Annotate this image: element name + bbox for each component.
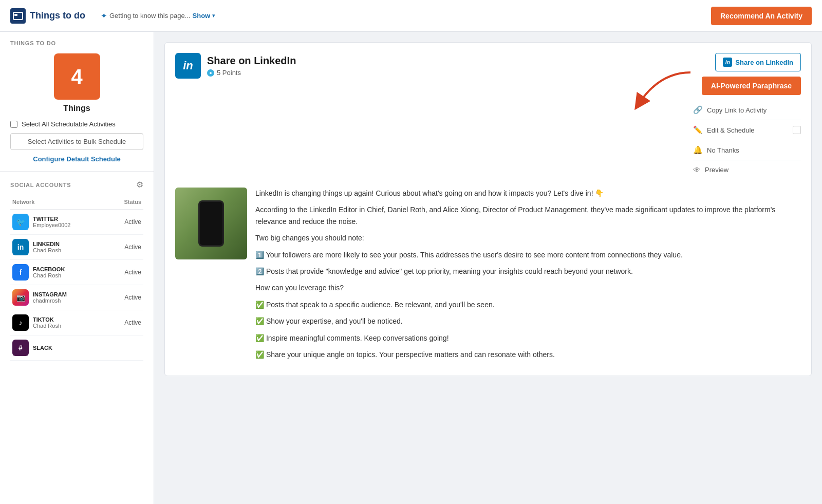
- account-status: Active: [109, 260, 143, 285]
- content-bullet1: 1️⃣ Your followers are more likely to se…: [255, 249, 801, 260]
- account-handle: INSTAGRAM: [33, 291, 67, 297]
- recommend-activity-button[interactable]: Recommend An Activity: [711, 7, 812, 25]
- things-to-do-title: THINGS TO DO: [10, 40, 143, 46]
- content-bullet2: 2️⃣ Posts that provide "knowledge and ad…: [255, 266, 801, 277]
- content-check2: ✅ Show your expertise, and you'll be not…: [255, 315, 801, 327]
- account-username: Chad Rosh: [33, 247, 61, 253]
- account-cell: f FACEBOOK Chad Rosh: [10, 260, 109, 285]
- twitter-icon: 🐦: [12, 214, 29, 230]
- account-handle: SLACK: [33, 345, 52, 351]
- red-arrow-decoration: [608, 67, 696, 114]
- account-username: Chad Rosh: [33, 272, 65, 278]
- page-hint: ✦ Getting to know this page... Show ▾: [101, 11, 215, 21]
- social-account-row: # SLACK: [10, 335, 143, 361]
- social-accounts-title: SOCIAL ACCOUNTS: [10, 182, 71, 188]
- network-col-header: Network: [10, 197, 109, 210]
- account-handle: TIKTOK: [33, 316, 61, 323]
- content-check3: ✅ Inspire meaningful comments. Keep conv…: [255, 332, 801, 344]
- activity-points: ● 5 Points: [207, 69, 296, 77]
- svg-rect-0: [13, 12, 23, 20]
- account-name-block: SLACK: [33, 345, 52, 351]
- content-check4: ✅ Share your unique angle on topics. You…: [255, 349, 801, 360]
- account-status: Active: [109, 285, 143, 310]
- account-cell: in LINKEDIN Chad Rosh: [10, 235, 109, 260]
- select-all-label[interactable]: Select All Schedulable Activities: [22, 120, 116, 128]
- activity-header: in Share on LinkedIn ● 5 Points in Share…: [175, 53, 801, 179]
- things-count-box: 4 Things: [10, 53, 143, 113]
- svg-rect-1: [14, 14, 17, 16]
- activity-card: in Share on LinkedIn ● 5 Points in Share…: [164, 42, 812, 376]
- status-col-header: Status: [109, 197, 143, 210]
- linkedin-mini-icon: in: [723, 58, 732, 67]
- activity-content-text: LinkedIn is changing things up again! Cu…: [255, 188, 801, 365]
- social-section-header: SOCIAL ACCOUNTS ⚙: [10, 180, 143, 190]
- configure-default-schedule-link[interactable]: Configure Default Schedule: [10, 155, 143, 163]
- no-thanks-row[interactable]: 🔔 No Thanks: [693, 140, 801, 160]
- points-value: 5 Points: [217, 69, 241, 77]
- content-p4: How can you leverage this?: [255, 282, 801, 293]
- main-layout: THINGS TO DO 4 Things Select All Schedul…: [0, 32, 822, 504]
- chevron-down-icon: ▾: [212, 12, 215, 19]
- account-status: [109, 335, 143, 361]
- account-name-block: FACEBOOK Chad Rosh: [33, 266, 65, 278]
- no-thanks-icon: 🔔: [693, 145, 703, 155]
- app-logo: Things to do: [10, 8, 85, 24]
- share-linkedin-label: Share on LinkedIn: [735, 59, 793, 66]
- content-p2: According to the LinkedIn Editor in Chie…: [255, 204, 801, 227]
- account-handle: LINKEDIN: [33, 241, 61, 247]
- social-account-row: f FACEBOOK Chad Rosh Active: [10, 260, 143, 285]
- count-badge: 4: [54, 53, 100, 100]
- gear-icon[interactable]: ⚙: [136, 180, 143, 190]
- content-p3: Two big changes you should note:: [255, 232, 801, 244]
- hint-text: Getting to know this page...: [109, 12, 191, 20]
- phone-shape: [198, 200, 224, 247]
- activity-platform-logo: in: [175, 53, 201, 79]
- link-icon: 🔗: [693, 105, 703, 115]
- content-check1: ✅ Posts that speak to a specific audienc…: [255, 299, 801, 310]
- ai-powered-paraphrase-button[interactable]: AI-Powered Paraphrase: [702, 77, 801, 95]
- social-account-row: 📷 INSTAGRAM chadmrosh Active: [10, 285, 143, 310]
- copy-link-label: Copy Link to Activity: [707, 106, 767, 114]
- account-name-block: TIKTOK Chad Rosh: [33, 316, 61, 329]
- social-accounts-table: Network Status 🐦 TWITTER Employee0002 Ac…: [10, 197, 143, 361]
- hint-show-link[interactable]: Show: [193, 12, 211, 20]
- linkedin-icon: in: [12, 239, 29, 255]
- account-username: chadmrosh: [33, 297, 67, 304]
- account-cell: 📷 INSTAGRAM chadmrosh: [10, 285, 109, 310]
- account-status: Active: [109, 235, 143, 260]
- share-on-linkedin-button[interactable]: in Share on LinkedIn: [715, 53, 801, 71]
- facebook-icon: f: [12, 264, 29, 281]
- preview-label: Preview: [705, 166, 728, 174]
- slack-icon: #: [12, 340, 29, 356]
- social-account-row: in LINKEDIN Chad Rosh Active: [10, 235, 143, 260]
- select-all-row: Select All Schedulable Activities: [10, 120, 143, 128]
- account-handle: TWITTER: [33, 216, 70, 222]
- account-name-block: TWITTER Employee0002: [33, 216, 70, 228]
- content-p1: LinkedIn is changing things up again! Cu…: [255, 188, 801, 199]
- tiktok-icon: ♪: [12, 314, 29, 331]
- edit-schedule-checkbox[interactable]: [793, 126, 801, 134]
- sidebar: THINGS TO DO 4 Things Select All Schedul…: [0, 32, 154, 504]
- points-dot-icon: ●: [207, 69, 214, 77]
- account-cell: 🐦 TWITTER Employee0002: [10, 210, 109, 235]
- bulk-schedule-button[interactable]: Select Activities to Bulk Schedule: [10, 133, 143, 150]
- edit-icon: ✏️: [693, 125, 703, 135]
- hint-icon: ✦: [101, 11, 107, 21]
- action-panel: in Share on LinkedIn: [688, 53, 801, 179]
- account-status: Active: [109, 210, 143, 235]
- account-handle: FACEBOOK: [33, 266, 65, 272]
- edit-schedule-label: Edit & Schedule: [707, 126, 755, 134]
- count-label: Things: [63, 104, 90, 113]
- preview-row[interactable]: 👁 Preview: [693, 160, 801, 179]
- content-body: LinkedIn is changing things up again! Cu…: [175, 188, 801, 365]
- edit-schedule-row[interactable]: ✏️ Edit & Schedule: [693, 120, 801, 140]
- preview-icon: 👁: [693, 165, 701, 174]
- copy-link-row[interactable]: 🔗 Copy Link to Activity: [693, 100, 801, 120]
- select-all-checkbox[interactable]: [10, 121, 17, 128]
- main-content: in Share on LinkedIn ● 5 Points in Share…: [154, 32, 822, 504]
- activity-title-block: Share on LinkedIn ● 5 Points: [207, 55, 296, 77]
- things-to-do-section: THINGS TO DO 4 Things Select All Schedul…: [0, 32, 154, 172]
- account-username: Chad Rosh: [33, 323, 61, 329]
- account-username: Employee0002: [33, 222, 70, 228]
- app-title: Things to do: [30, 10, 85, 21]
